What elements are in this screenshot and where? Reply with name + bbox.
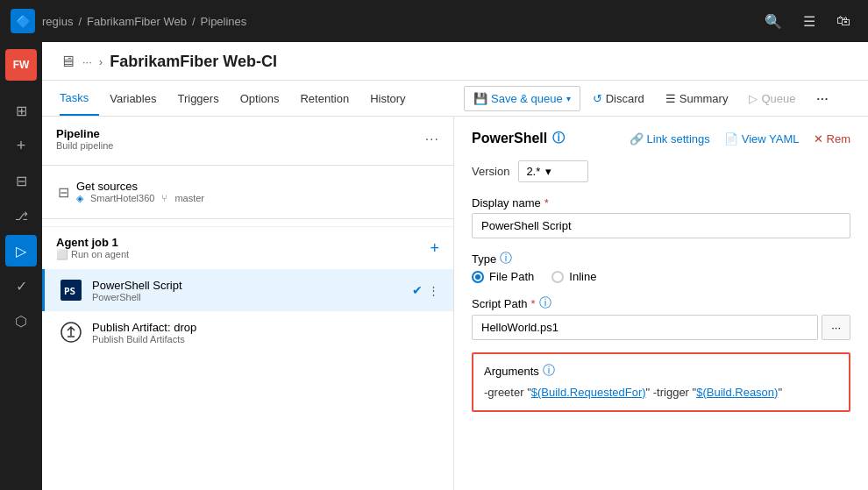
script-path-info-icon[interactable]: ⓘ <box>539 295 551 311</box>
type-radio-group: File Path Inline <box>472 270 850 283</box>
breadcrumb-item-1[interactable]: regius <box>42 15 73 28</box>
app-logo: 🔷 <box>11 9 35 33</box>
breadcrumb: regius / FabrikamFiber Web / Pipelines <box>42 15 246 28</box>
pipeline-more-button[interactable]: ··· <box>425 131 439 147</box>
toolbar: 💾 Save & queue ▾ ↺ Discard ☰ Summary ▷ Q… <box>450 82 868 115</box>
type-field: Type ⓘ File Path Inline <box>472 251 850 283</box>
radio-filepath[interactable]: File Path <box>472 270 534 283</box>
get-sources-row[interactable]: ⊟ Get sources ◈ SmartHotel360 ⑂ master <box>42 173 453 211</box>
args-var2: $(Build.Reason) <box>696 386 778 399</box>
bag-icon[interactable]: 🛍 <box>829 10 857 32</box>
script-path-label: Script Path * ⓘ <box>472 295 850 311</box>
task-kebab-icon[interactable]: ⋮ <box>428 284 439 297</box>
agent-job-row: Agent job 1 ⬜ Run on agent + <box>42 226 453 269</box>
script-path-field: Script Path * ⓘ ··· <box>472 295 850 340</box>
version-select[interactable]: 2.* ▾ <box>518 160 588 182</box>
radio-inline-circle <box>551 271 564 283</box>
script-path-input[interactable] <box>472 315 818 340</box>
right-panel-header: PowerShell ⓘ 🔗 Link settings 📄 View YAML <box>472 131 850 146</box>
agent-job-info: Agent job 1 ⬜ Run on agent <box>56 236 129 260</box>
search-icon[interactable]: 🔍 <box>758 10 789 33</box>
script-path-required: * <box>531 297 536 310</box>
tab-retention[interactable]: Retention <box>289 81 359 116</box>
queue-button[interactable]: ▷ Queue <box>740 87 804 110</box>
repo-icon: ◈ <box>76 193 83 204</box>
content-area: 🖥 ··· › FabrikamFiber Web-CI Tasks Varia… <box>42 42 868 490</box>
tab-bar: Tasks Variables Triggers Options Retenti… <box>42 81 450 116</box>
agent-icon: ⬜ <box>56 249 68 259</box>
save-queue-chevron[interactable]: ▾ <box>566 94 571 103</box>
top-nav: 🔷 regius / FabrikamFiber Web / Pipelines… <box>0 0 868 42</box>
display-name-input[interactable] <box>472 213 850 238</box>
radio-inline-label: Inline <box>569 270 596 283</box>
publish-icon <box>59 320 83 344</box>
arguments-info-icon[interactable]: ⓘ <box>543 363 555 379</box>
args-middle: " -trigger " <box>646 386 697 399</box>
sidebar-icon-pipelines[interactable]: ▷ <box>5 235 37 266</box>
get-sources-meta: ◈ SmartHotel360 ⑂ master <box>76 193 204 204</box>
required-star: * <box>544 196 549 209</box>
task-powershell-info: PowerShell Script PowerShell <box>92 279 403 302</box>
task-publish-sub: Publish Build Artifacts <box>92 334 439 344</box>
queue-icon: ▷ <box>749 92 758 105</box>
save-queue-button[interactable]: 💾 Save & queue ▾ <box>464 86 580 111</box>
display-name-label: Display name * <box>472 196 850 209</box>
task-item-powershell[interactable]: PS PowerShell Script PowerShell ✔ ⋮ <box>42 269 453 311</box>
remove-icon: ✕ <box>814 132 823 146</box>
agent-job-title: Agent job 1 <box>56 236 129 249</box>
args-prefix: -greeter " <box>484 386 531 399</box>
breadcrumb-item-2[interactable]: FabrikamFiber Web <box>87 15 187 28</box>
left-sidebar: FW ⊞ + ⊟ ⎇ ▷ ✓ ⬡ <box>0 42 42 490</box>
radio-inline[interactable]: Inline <box>551 270 596 283</box>
pipeline-section: Pipeline Build pipeline ··· <box>42 117 453 158</box>
task-item-publish[interactable]: Publish Artifact: drop Publish Build Art… <box>42 311 453 353</box>
breadcrumb-sep-2: / <box>192 15 196 28</box>
task-publish-info: Publish Artifact: drop Publish Build Art… <box>92 321 439 344</box>
summary-button[interactable]: ☰ Summary <box>657 87 737 110</box>
version-row: Version 2.* ▾ <box>472 160 850 182</box>
sidebar-icon-artifacts[interactable]: ⬡ <box>5 305 37 337</box>
remove-button[interactable]: ✕ Rem <box>814 132 850 146</box>
sidebar-icon-boards[interactable]: ⊟ <box>5 165 37 196</box>
discard-button[interactable]: ↺ Discard <box>584 87 653 110</box>
pipeline-subtitle: Build pipeline <box>56 140 113 151</box>
task-publish-name: Publish Artifact: drop <box>92 321 439 334</box>
sidebar-icon-plus[interactable]: + <box>5 130 37 161</box>
org-avatar[interactable]: FW <box>5 49 37 81</box>
display-name-field: Display name * <box>472 196 850 238</box>
type-info-icon[interactable]: ⓘ <box>500 251 512 266</box>
tab-variables[interactable]: Variables <box>99 81 167 116</box>
breadcrumb-sep-1: / <box>78 15 82 28</box>
right-panel: PowerShell ⓘ 🔗 Link settings 📄 View YAML <box>454 117 868 490</box>
task-powershell-sub: PowerShell <box>92 292 403 302</box>
tab-triggers[interactable]: Triggers <box>167 81 229 116</box>
add-task-button[interactable]: + <box>430 239 439 258</box>
script-path-browse-button[interactable]: ··· <box>822 315 850 340</box>
arguments-section: Arguments ⓘ -greeter "$(Build.RequestedF… <box>472 352 850 412</box>
link-icon: 🔗 <box>630 132 644 146</box>
view-yaml-button[interactable]: 📄 View YAML <box>724 132 800 146</box>
link-settings-button[interactable]: 🔗 Link settings <box>630 132 710 146</box>
check-icon: ✔ <box>412 283 423 297</box>
page-header: 🖥 ··· › FabrikamFiber Web-CI <box>42 42 868 81</box>
pipeline-title: Pipeline <box>56 127 113 140</box>
right-panel-title: PowerShell ⓘ <box>472 131 565 146</box>
menu-icon[interactable]: ☰ <box>796 10 822 33</box>
sidebar-icon-repos[interactable]: ⎇ <box>5 200 37 231</box>
version-chevron: ▾ <box>545 165 551 178</box>
breadcrumb-item-3[interactable]: Pipelines <box>201 15 247 28</box>
sidebar-icon-home[interactable]: ⊞ <box>5 95 37 126</box>
tab-history[interactable]: History <box>359 81 416 116</box>
version-label: Version <box>472 165 509 178</box>
type-label: Type ⓘ <box>472 251 850 266</box>
sidebar-icon-test[interactable]: ✓ <box>5 270 37 302</box>
page-title: FabrikamFiber Web-CI <box>110 53 277 71</box>
tab-tasks[interactable]: Tasks <box>60 81 99 116</box>
tab-options[interactable]: Options <box>230 81 290 116</box>
left-panel: Pipeline Build pipeline ··· ⊟ Get source… <box>42 117 454 490</box>
task-powershell-name: PowerShell Script <box>92 279 403 292</box>
right-panel-actions: 🔗 Link settings 📄 View YAML ✕ Rem <box>630 132 850 146</box>
title-info-icon[interactable]: ⓘ <box>552 131 565 146</box>
more-toolbar-button[interactable]: ··· <box>808 87 837 110</box>
pipeline-info: Pipeline Build pipeline <box>56 127 113 151</box>
